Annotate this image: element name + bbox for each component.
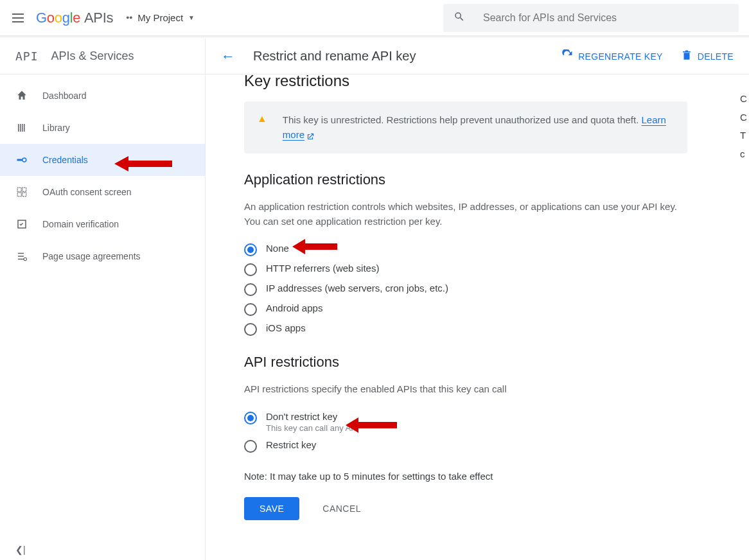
radio-dont-restrict[interactable]: Don't restrict key This key can call any…	[244, 411, 710, 433]
warning-text: This key is unrestricted. Restrictions h…	[283, 113, 674, 142]
back-arrow-icon[interactable]: ←	[221, 48, 235, 65]
svg-marker-3	[346, 417, 397, 433]
radio-icon	[244, 412, 257, 424]
delete-button[interactable]: DELETE	[681, 49, 734, 63]
main-content: Key restrictions ▲ This key is unrestric…	[206, 74, 749, 560]
regenerate-key-button[interactable]: REGENERATE KEY	[561, 49, 663, 63]
api-logo-icon: API	[15, 49, 39, 63]
usage-icon	[15, 250, 28, 262]
page-title: Restrict and rename API key	[253, 49, 416, 64]
project-dots-icon: ⦁⦁	[126, 12, 132, 23]
domain-icon	[15, 218, 28, 230]
annotation-arrow-none	[292, 238, 337, 256]
warning-banner: ▲ This key is unrestricted. Restrictions…	[244, 101, 687, 153]
radio-icon	[244, 243, 257, 256]
radio-ios-apps[interactable]: iOS apps	[244, 322, 710, 336]
app-restrictions-heading: Application restrictions	[244, 171, 710, 188]
collapse-icon[interactable]: ❮|	[15, 545, 26, 555]
topbar: Google APIs ⦁⦁ My Project ▼	[0, 0, 749, 36]
cancel-button[interactable]: CANCEL	[315, 497, 369, 520]
sidebar-item-domain[interactable]: Domain verification	[0, 208, 205, 240]
chevron-down-icon: ▼	[188, 14, 195, 21]
sidebar: API APIs & Services Dashboard Library Cr…	[0, 39, 206, 560]
radio-icon	[244, 303, 257, 316]
search-icon	[454, 11, 483, 24]
radio-icon	[244, 263, 257, 276]
radio-icon	[244, 323, 257, 336]
search-box[interactable]	[443, 4, 739, 32]
svg-point-0	[24, 258, 27, 261]
api-restrictions-radio-group: Don't restrict key This key can call any…	[244, 411, 710, 453]
note-text: Note: It may take up to 5 minutes for se…	[244, 471, 710, 482]
library-icon	[15, 122, 28, 134]
google-apis-logo[interactable]: Google APIs	[36, 10, 113, 26]
app-restrictions-description: An application restriction controls whic…	[244, 200, 681, 229]
sidebar-item-dashboard[interactable]: Dashboard	[0, 80, 205, 112]
project-selector[interactable]: ⦁⦁ My Project ▼	[126, 12, 195, 23]
radio-icon	[244, 440, 257, 453]
svg-marker-1	[114, 156, 172, 171]
right-clipped-panel: C C T c	[740, 90, 749, 163]
external-link-icon	[306, 131, 315, 140]
button-row: SAVE CANCEL	[244, 497, 710, 520]
api-restrictions-description: API restrictions specify the enabled API…	[244, 382, 681, 397]
radio-android-apps[interactable]: Android apps	[244, 302, 710, 316]
trash-icon	[681, 49, 692, 63]
key-icon	[15, 154, 28, 166]
svg-marker-2	[292, 239, 337, 254]
save-button[interactable]: SAVE	[244, 497, 299, 520]
radio-icon	[244, 283, 257, 296]
annotation-arrow-credentials	[114, 154, 172, 173]
hamburger-menu-icon[interactable]	[10, 10, 26, 26]
dashboard-icon	[15, 90, 28, 101]
sidebar-item-credentials[interactable]: Credentials	[0, 144, 205, 176]
api-restrictions-heading: API restrictions	[244, 354, 710, 371]
oauth-icon	[15, 186, 28, 198]
search-input[interactable]	[483, 12, 728, 24]
page-header: ← Restrict and rename API key REGENERATE…	[206, 39, 749, 74]
radio-restrict-key[interactable]: Restrict key	[244, 439, 710, 453]
sidebar-nav: Dashboard Library Credentials OAuth cons…	[0, 74, 205, 272]
project-name: My Project	[137, 12, 183, 23]
sidebar-item-usage[interactable]: Page usage agreements	[0, 240, 205, 272]
sidebar-title[interactable]: API APIs & Services	[0, 39, 205, 74]
radio-ip-addresses[interactable]: IP addresses (web servers, cron jobs, et…	[244, 283, 710, 296]
sidebar-item-oauth[interactable]: OAuth consent screen	[0, 176, 205, 208]
radio-http-referrers[interactable]: HTTP referrers (web sites)	[244, 263, 710, 276]
app-restrictions-radio-group: None HTTP referrers (web sites) IP addre…	[244, 243, 710, 336]
warning-icon: ▲	[257, 113, 267, 142]
key-restrictions-heading: Key restrictions	[244, 74, 710, 90]
annotation-arrow-dont-restrict	[346, 416, 397, 434]
sidebar-item-library[interactable]: Library	[0, 112, 205, 144]
refresh-icon	[561, 49, 573, 63]
